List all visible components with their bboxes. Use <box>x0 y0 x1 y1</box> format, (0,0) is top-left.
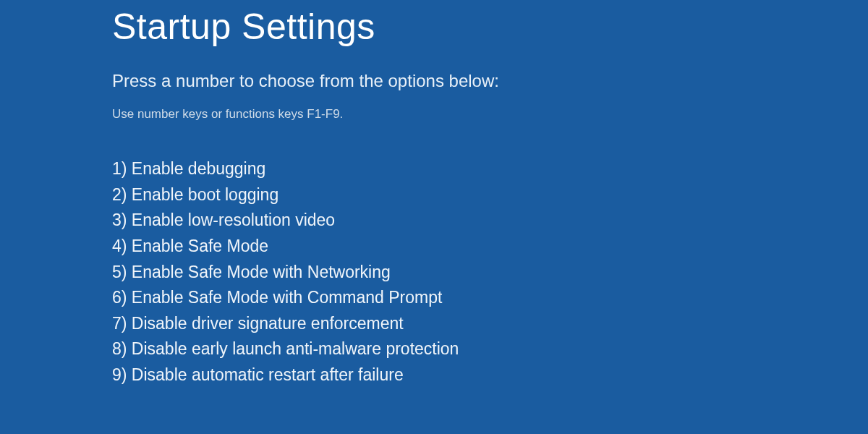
page-title: Startup Settings <box>112 6 868 48</box>
instruction-text: Press a number to choose from the option… <box>112 71 868 91</box>
option-enable-safe-mode-command-prompt[interactable]: 6) Enable Safe Mode with Command Prompt <box>112 285 868 311</box>
option-enable-debugging[interactable]: 1) Enable debugging <box>112 156 868 182</box>
option-disable-early-launch-anti-malware[interactable]: 8) Disable early launch anti-malware pro… <box>112 336 868 362</box>
option-enable-low-resolution-video[interactable]: 3) Enable low-resolution video <box>112 208 868 234</box>
option-enable-safe-mode[interactable]: 4) Enable Safe Mode <box>112 234 868 260</box>
option-disable-automatic-restart[interactable]: 9) Disable automatic restart after failu… <box>112 362 868 388</box>
startup-options-list: 1) Enable debugging 2) Enable boot loggi… <box>112 156 868 388</box>
option-disable-driver-signature-enforcement[interactable]: 7) Disable driver signature enforcement <box>112 311 868 337</box>
option-enable-boot-logging[interactable]: 2) Enable boot logging <box>112 182 868 208</box>
option-enable-safe-mode-networking[interactable]: 5) Enable Safe Mode with Networking <box>112 260 868 286</box>
hint-text: Use number keys or functions keys F1-F9. <box>112 107 868 122</box>
